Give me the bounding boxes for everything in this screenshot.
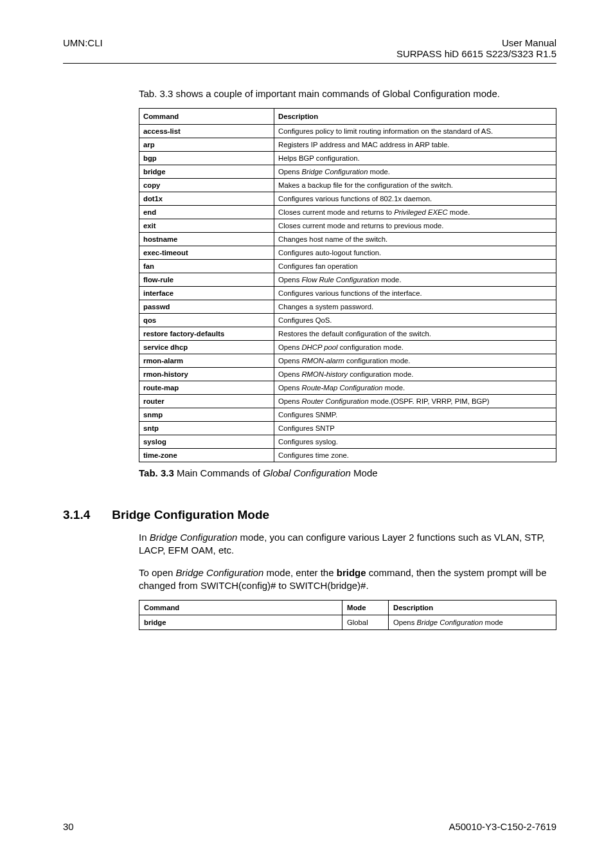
table-cell-command: router: [139, 395, 274, 408]
table-row: exitCloses current mode and returns to p…: [139, 219, 556, 233]
desc-pre: Helps BGP configuration.: [278, 154, 360, 162]
desc-pre: Opens: [278, 276, 301, 284]
table-cell-command: end: [139, 206, 274, 219]
desc-pre: Changes host name of the switch.: [278, 235, 387, 243]
table-cell-description: Configures fan operation: [274, 260, 556, 273]
table-cell-command: flow-rule: [139, 273, 274, 287]
table-row: syslogConfigures syslog.: [139, 435, 556, 449]
desc-pre: Configures SNTP: [278, 424, 335, 432]
table-cell-description: Opens Router Configuration mode.(OSPF. R…: [274, 395, 556, 408]
table-cell-description: Helps BGP configuration.: [274, 152, 556, 165]
desc-pre: Configures SNMP.: [278, 411, 337, 419]
table-cell-command: bridge: [139, 165, 274, 179]
desc-em: DHCP pool: [301, 343, 337, 351]
table-cell-description: Configures syslog.: [274, 435, 556, 449]
table-row: fanConfigures fan operation: [139, 260, 556, 273]
section-heading: 3.1.4 Bridge Configuration Mode: [63, 478, 556, 522]
desc-pre: Makes a backup file for the configuratio…: [278, 181, 453, 189]
desc-pre: Opens: [278, 370, 301, 378]
caption-label: Tab. 3.3: [139, 467, 174, 478]
table-cell-description: Opens DHCP pool configuration mode.: [274, 341, 556, 354]
desc-em: Privileged EXEC: [394, 208, 448, 216]
table-cell-description: Opens RMON-history configuration mode.: [274, 368, 556, 381]
table-cell-command: snmp: [139, 408, 274, 422]
desc-pre: Configures auto-logout function.: [278, 249, 381, 257]
table-row: exec-timeoutConfigures auto-logout funct…: [139, 246, 556, 260]
p1-pre: In: [139, 532, 150, 543]
desc-em: RMON-alarm: [301, 357, 344, 365]
desc-pre: Opens: [278, 343, 301, 351]
table-cell-description: Configures QoS.: [274, 314, 556, 327]
table-row: flow-ruleOpens Flow Rule Configuration m…: [139, 273, 556, 287]
table-cell-command: route-map: [139, 381, 274, 395]
table-cell-command: copy: [139, 179, 274, 192]
p2-pre: To open: [139, 567, 176, 578]
desc-pre: Opens: [278, 168, 301, 176]
section-number: 3.1.4: [63, 508, 90, 522]
p1-em: Bridge Configuration: [150, 532, 238, 543]
desc-pre: Configures syslog.: [278, 438, 338, 446]
table-cell-description: Configures time zone.: [274, 449, 556, 462]
table-cell-description: Opens Bridge Configuration mode.: [274, 165, 556, 179]
table-cell-command: time-zone: [139, 449, 274, 462]
table-row: interfaceConfigures various functions of…: [139, 287, 556, 300]
desc-em: Flow Rule Configuration: [301, 276, 379, 284]
table-cell-command: exit: [139, 219, 274, 233]
table-row: passwdChanges a system password.: [139, 300, 556, 314]
table-cell-description: Makes a backup file for the configuratio…: [274, 179, 556, 192]
table-cell-description: Changes host name of the switch.: [274, 233, 556, 246]
table-row: hostnameChanges host name of the switch.: [139, 233, 556, 246]
table-row: snmpConfigures SNMP.: [139, 408, 556, 422]
cmd-desc-em: Bridge Configuration: [416, 619, 483, 626]
table-cell-command: interface: [139, 287, 274, 300]
table-header-row: Command Description: [139, 109, 556, 125]
command-table: Command Mode Description bridge Global O…: [139, 600, 556, 630]
desc-pre: Configures various functions of the inte…: [278, 289, 422, 297]
page-footer: 30 A50010-Y3-C150-2-7619: [63, 821, 556, 832]
desc-post: configuration mode.: [338, 343, 404, 351]
table-cell-description: Configures policy to limit routing infor…: [274, 125, 556, 138]
page-header: UMN:CLI User Manual SURPASS hiD 6615 S22…: [63, 37, 556, 59]
table-row: route-mapOpens Route-Map Configuration m…: [139, 381, 556, 395]
header-right: User Manual SURPASS hiD 6615 S223/S323 R…: [396, 37, 556, 59]
table-row: routerOpens Router Configuration mode.(O…: [139, 395, 556, 408]
desc-post: mode.(OSPF. RIP, VRRP, PIM, BGP): [369, 397, 490, 405]
desc-pre: Closes current mode and returns to previ…: [278, 222, 443, 230]
desc-pre: Configures QoS.: [278, 316, 332, 324]
table-row: bgpHelps BGP configuration.: [139, 152, 556, 165]
cmd-cell-mode: Global: [342, 615, 389, 630]
table-cell-command: syslog: [139, 435, 274, 449]
table-cell-command: bgp: [139, 152, 274, 165]
cmd-head-mode: Mode: [342, 601, 389, 615]
table-cell-description: Closes current mode and returns to Privi…: [274, 206, 556, 219]
table-cell-command: qos: [139, 314, 274, 327]
cmd-cell-description: Opens Bridge Configuration mode: [389, 615, 556, 630]
cmd-desc-pre: Opens: [393, 619, 416, 626]
table-row: access-listConfigures policy to limit ro…: [139, 125, 556, 138]
desc-post: mode.: [368, 168, 390, 176]
table-cell-command: sntp: [139, 422, 274, 435]
desc-pre: Opens: [278, 384, 301, 392]
p2-bold: bridge: [337, 567, 366, 578]
table-row: bridgeOpens Bridge Configuration mode.: [139, 165, 556, 179]
desc-post: mode.: [448, 208, 470, 216]
desc-pre: Configures time zone.: [278, 451, 349, 459]
table-row: sntpConfigures SNTP: [139, 422, 556, 435]
table-cell-description: Changes a system password.: [274, 300, 556, 314]
header-left: UMN:CLI: [63, 37, 103, 59]
caption-text-em: Global Configuration: [263, 467, 351, 478]
table-row: rmon-historyOpens RMON-history configura…: [139, 368, 556, 381]
section-title: Bridge Configuration Mode: [112, 508, 269, 522]
desc-pre: Changes a system password.: [278, 303, 373, 311]
desc-pre: Registers IP address and MAC address in …: [278, 141, 449, 149]
table-row: arpRegisters IP address and MAC address …: [139, 138, 556, 152]
desc-em: RMON-history: [301, 370, 348, 378]
desc-em: Router Configuration: [301, 397, 368, 405]
footer-page-number: 30: [63, 821, 74, 832]
table-cell-description: Opens Route-Map Configuration mode.: [274, 381, 556, 395]
table-row: service dhcpOpens DHCP pool configuratio…: [139, 341, 556, 354]
table-header-description: Description: [274, 109, 556, 125]
table-cell-command: fan: [139, 260, 274, 273]
cmd-desc-post: mode: [483, 619, 502, 626]
table-row: qosConfigures QoS.: [139, 314, 556, 327]
